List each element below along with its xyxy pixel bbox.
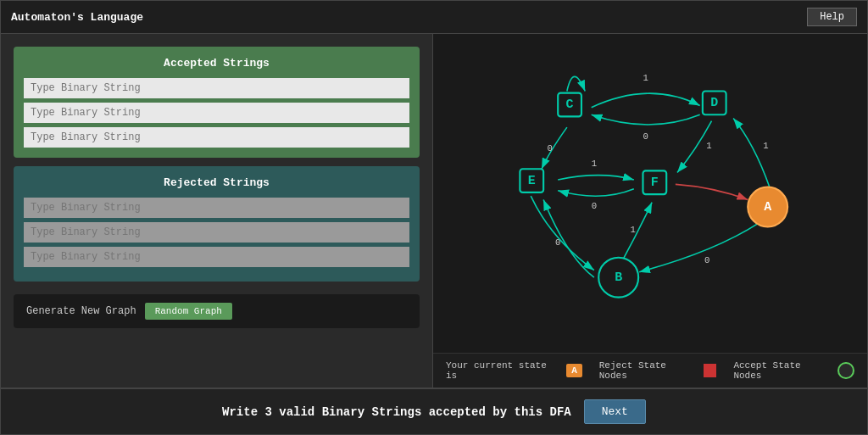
next-button[interactable]: Next [584,399,646,424]
main-content: Accepted Strings Rejected Strings Genera… [1,34,867,388]
graph-svg: 1 0 0 1 0 1 [433,34,867,353]
edge-d-c [592,114,700,125]
node-a-label: A [764,200,771,214]
accepted-input-1[interactable] [24,78,409,98]
accepted-section: Accepted Strings [14,47,420,158]
node-c-label: C [566,98,574,111]
edge-label-df: 1 [706,141,711,151]
edge-c-e [542,127,567,169]
edge-c-self [567,76,585,91]
accepted-title: Accepted Strings [24,57,409,70]
instruction-text: Write 3 valid Binary Strings accepted by… [222,405,571,419]
edge-e-b [531,196,594,270]
current-state-badge: A [566,364,582,377]
current-state-label: Your current state is [446,360,561,381]
rejected-input-3[interactable] [24,247,409,267]
state-info-bar: Your current state is A Reject State Nod… [433,353,867,388]
app-window: Automaton's Language Help Accepted Strin… [0,0,868,435]
generate-bar: Generate New Graph Random Graph [14,294,420,328]
reject-state-label: Reject State Nodes [599,360,698,381]
rejected-input-2[interactable] [24,222,409,243]
edge-label-fe: 0 [592,201,597,211]
accept-state-badge [837,362,854,379]
left-panel: Accepted Strings Rejected Strings Genera… [1,34,433,388]
accept-state-label: Accept State Nodes [733,360,832,381]
reject-state-info: Reject State Nodes [599,360,717,381]
node-d: D [703,91,726,114]
rejected-input-1[interactable] [24,198,409,218]
right-panel: 1 0 0 1 0 1 [433,34,867,388]
node-b-label: B [615,270,622,284]
current-state-info: Your current state is A [446,360,582,381]
node-b: B [598,258,638,298]
reject-state-badge [704,364,717,377]
generate-label: Generate New Graph [26,305,136,317]
rejected-section: Rejected Strings [14,166,420,282]
edge-f-e [558,189,634,197]
node-e-label: E [528,174,536,187]
edge-b-f [623,203,652,259]
rejected-title: Rejected Strings [24,176,409,189]
node-d-label: D [710,96,718,109]
edge-e-f [558,176,634,180]
edge-a-d [733,118,770,187]
edge-label-dc: 0 [643,131,648,142]
edge-b-e [543,199,594,277]
node-f-label: F [651,176,659,189]
app-title: Automaton's Language [11,11,143,24]
graph-area: 1 0 0 1 0 1 [433,34,867,353]
node-e: E [520,169,543,192]
node-a: A [748,187,787,227]
title-bar: Automaton's Language Help [1,1,867,34]
edge-label-cd: 1 [643,73,648,83]
random-graph-button[interactable]: Random Graph [145,303,232,320]
edge-c-d [592,93,700,108]
help-button[interactable]: Help [807,8,857,26]
edge-a-b [639,223,759,272]
node-c: C [558,93,581,117]
accepted-input-2[interactable] [24,103,409,123]
edge-f-a [676,184,748,199]
edge-label-ef: 1 [592,159,597,169]
edge-label-bf: 1 [631,225,636,235]
accepted-input-3[interactable] [24,127,409,148]
bottom-bar: Write 3 valid Binary Strings accepted by… [1,388,867,434]
edge-label-ad: 1 [763,141,768,151]
edge-label-ce: 0 [547,143,552,153]
node-f: F [643,170,666,194]
edge-label-ab: 0 [704,255,709,265]
accept-state-info: Accept State Nodes [733,360,854,381]
